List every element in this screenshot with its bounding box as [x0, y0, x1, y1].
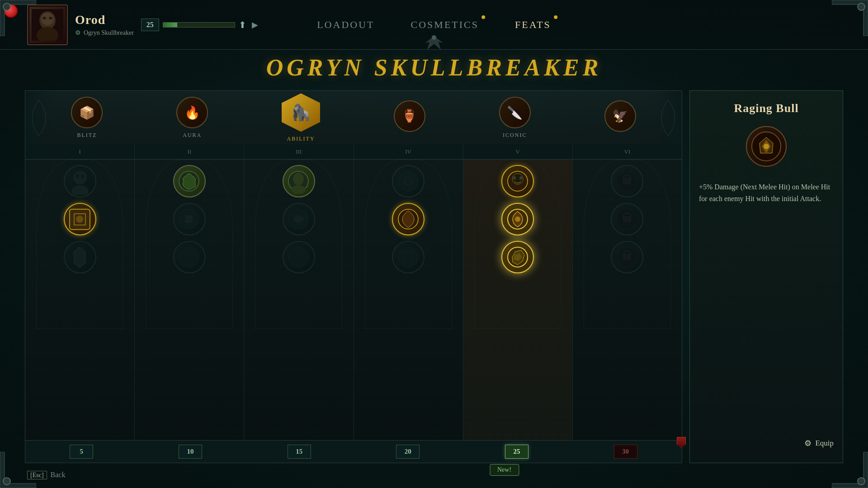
aura-label: AURA	[183, 132, 202, 139]
svg-point-21	[293, 173, 304, 185]
feat-node-1-1[interactable]	[64, 165, 96, 197]
tab-cosmetics[interactable]: COSMETICS	[411, 19, 479, 31]
feat-column-1	[25, 160, 135, 440]
feat-node-1-2[interactable]	[64, 203, 96, 235]
level-marker-10[interactable]: 10	[179, 445, 202, 459]
feat-node-4-2[interactable]	[392, 203, 425, 235]
page-title: OGRYN SKULLBREAKER	[266, 54, 602, 81]
feat-column-4	[354, 160, 463, 440]
feat-node-2-2[interactable]	[173, 203, 206, 235]
svg-point-47	[764, 144, 769, 149]
corner-decoration-tl	[0, 0, 36, 36]
col-roman-4: IV	[354, 145, 463, 159]
character-name: Orod	[75, 13, 134, 27]
svg-point-33	[519, 176, 522, 180]
feat-icon	[746, 126, 787, 167]
rank-badge: ⬆	[239, 19, 246, 30]
col-roman-5: V	[463, 145, 573, 159]
ability-iconic[interactable]: 🔪 ICONIC	[499, 97, 531, 139]
ability-aura[interactable]: 🔥 AURA	[176, 97, 208, 139]
esc-back[interactable]: [Esc] Back	[27, 471, 65, 479]
ability-blitz[interactable]: 📦 BLITZ	[71, 97, 103, 139]
cosmetics-dot	[481, 15, 485, 19]
blitz-label: BLITZ	[77, 132, 97, 139]
feat-node-6-1[interactable]	[611, 165, 643, 197]
ability-slot4[interactable]: 🏺	[394, 100, 425, 136]
level-number: 25	[141, 19, 159, 31]
left-wing-decoration	[25, 91, 52, 145]
feat-node-3-2[interactable]	[283, 203, 315, 235]
feat-node-5-1[interactable]	[501, 165, 534, 197]
slot4-icon-circle[interactable]: 🏺	[394, 100, 425, 132]
svg-point-2	[3, 478, 10, 485]
lock-badge	[677, 437, 686, 448]
feat-columns-row	[25, 159, 682, 441]
feat-description: +5% Damage (Next Melee Hit) on Melee Hit…	[699, 178, 834, 427]
back-label: Back	[51, 471, 66, 479]
svg-point-12	[72, 186, 88, 195]
xp-fill	[163, 23, 178, 27]
svg-point-24	[288, 247, 308, 267]
svg-point-11	[74, 171, 86, 184]
col-roman-2: II	[135, 145, 244, 159]
feat-column-6	[573, 160, 682, 440]
feat-node-2-3[interactable]	[173, 241, 206, 273]
feat-title: Raging Bull	[699, 102, 834, 115]
level-bar: 5 10 15 20 25 30	[25, 441, 682, 463]
svg-point-29	[398, 247, 418, 267]
feat-node-3-3[interactable]	[283, 241, 315, 273]
feat-column-3	[244, 160, 354, 440]
col-roman-6: VI	[573, 145, 682, 159]
feat-node-6-3[interactable]	[611, 241, 643, 273]
svg-point-13	[76, 175, 79, 178]
feat-node-5-3[interactable]	[501, 241, 534, 273]
corner-decoration-tr	[832, 0, 868, 36]
esc-key: [Esc]	[27, 471, 47, 479]
xp-bar	[163, 22, 235, 28]
feats-grid: 📦 BLITZ 🔥 AURA 🦍 ABILITY 🏺 🔪 ICONIC	[25, 90, 682, 463]
svg-point-14	[81, 175, 84, 178]
feat-node-5-2[interactable]	[501, 203, 534, 235]
ability-main[interactable]: 🦍 ABILITY	[282, 94, 320, 142]
nav-tabs: LOADOUT COSMETICS FEATS	[317, 19, 551, 31]
level-marker-20[interactable]: 20	[396, 445, 420, 459]
svg-point-35	[515, 216, 520, 222]
blitz-icon-circle[interactable]: 📦	[71, 97, 103, 128]
svg-point-9	[49, 17, 52, 19]
ability-slot6[interactable]: 🦅	[604, 100, 636, 136]
iconic-icon-circle[interactable]: 🔪	[499, 97, 531, 128]
col-roman-1: I	[25, 145, 135, 159]
feat-node-2-1[interactable]	[173, 165, 206, 197]
aura-icon-circle[interactable]: 🔥	[176, 97, 208, 128]
feat-node-3-1[interactable]	[283, 165, 315, 197]
character-info: Orod ⚙ Ogryn Skullbreaker	[75, 13, 134, 37]
equip-icon: ⚙	[804, 438, 811, 448]
col-roman-3: III	[244, 145, 354, 159]
feat-node-1-3[interactable]	[64, 241, 96, 273]
corner-decoration-bl	[0, 452, 36, 488]
equip-label: Equip	[815, 439, 834, 448]
level-marker-5[interactable]: 5	[70, 445, 93, 459]
slot6-icon-circle[interactable]: 🦅	[604, 100, 636, 132]
level-marker-25[interactable]: 25	[505, 445, 528, 459]
feat-node-6-2[interactable]	[611, 203, 643, 235]
svg-point-10	[432, 35, 436, 40]
equip-button[interactable]: ⚙ Equip	[699, 435, 834, 452]
svg-point-19	[179, 247, 199, 267]
ability-hexagon[interactable]: 🦍	[282, 94, 320, 132]
svg-point-32	[513, 176, 516, 180]
right-wing-decoration	[655, 91, 682, 145]
svg-point-1	[858, 3, 865, 10]
level-marker-30[interactable]: 30	[614, 445, 637, 459]
ability-row: 📦 BLITZ 🔥 AURA 🦍 ABILITY 🏺 🔪 ICONIC	[25, 90, 682, 145]
svg-point-27	[407, 180, 409, 182]
level-marker-15[interactable]: 15	[288, 445, 311, 459]
feat-node-4-3[interactable]	[392, 241, 425, 273]
tab-feats[interactable]: FEATS	[515, 19, 551, 31]
info-panel: Raging Bull +5% Damage (Next Melee Hit) …	[689, 90, 843, 463]
feat-node-4-1[interactable]	[392, 165, 425, 197]
svg-point-3	[858, 478, 865, 485]
feat-icon-area	[699, 122, 834, 170]
tab-loadout[interactable]: LOADOUT	[317, 19, 374, 31]
svg-rect-39	[623, 178, 631, 184]
